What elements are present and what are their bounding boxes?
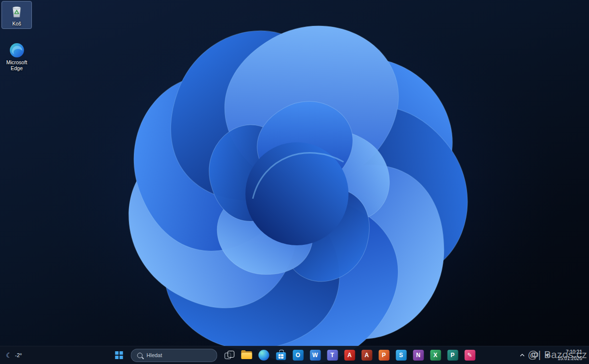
taskbar: ☾ -2° Hledat OWTAAPSNXP✎ 7:1	[0, 346, 589, 364]
weather-moon-icon: ☾	[6, 351, 12, 359]
access-icon[interactable]: A	[358, 347, 375, 364]
outlook-glyph: O	[293, 350, 303, 361]
weather-widget[interactable]: ☾ -2°	[0, 346, 27, 364]
microsoft-store-icon[interactable]	[272, 347, 290, 364]
word-glyph: W	[310, 350, 321, 361]
windows-logo-icon	[115, 351, 123, 359]
search-placeholder: Hledat	[147, 352, 162, 358]
store-bag-icon	[276, 352, 286, 360]
desktop: Koš Microsoft Edge ☾ -2°	[0, 0, 589, 364]
edge-swirl-icon	[258, 350, 269, 361]
paint-glyph: ✎	[464, 350, 475, 361]
paint-icon[interactable]: ✎	[461, 347, 479, 364]
watermark: @| Bazos.cz	[528, 349, 587, 361]
acrobat-glyph: A	[344, 350, 355, 361]
desktop-icon-recycle-bin[interactable]: Koš	[2, 1, 31, 28]
task-view-icon[interactable]	[221, 347, 238, 364]
start-button[interactable]	[111, 348, 128, 363]
taskbar-apps: OWTAAPSNXP✎	[221, 347, 479, 364]
edge-icon[interactable]	[255, 347, 272, 364]
powerpoint-icon[interactable]: P	[375, 347, 393, 364]
publisher-glyph: P	[447, 350, 458, 361]
taskbar-center-group: Hledat OWTAAPSNXP✎	[111, 346, 479, 364]
weather-temp: -2°	[15, 352, 22, 358]
folder-icon	[241, 351, 252, 360]
powerpoint-glyph: P	[378, 350, 389, 361]
publisher-icon[interactable]: P	[444, 347, 461, 364]
desktop-icon-label: Koš	[3, 21, 30, 26]
desktop-icon-label: Microsoft Edge	[3, 59, 30, 71]
wallpaper-bloom	[0, 0, 589, 364]
file-explorer-icon[interactable]	[238, 347, 255, 364]
onenote-icon[interactable]: N	[410, 347, 427, 364]
taskbar-search[interactable]: Hledat	[131, 349, 217, 362]
task-view-squares-icon	[224, 351, 234, 360]
access-glyph: A	[361, 350, 372, 361]
skype-glyph: S	[396, 350, 406, 361]
excel-icon[interactable]: X	[427, 347, 444, 364]
skype-icon[interactable]: S	[393, 347, 410, 364]
outlook-icon[interactable]: O	[290, 347, 307, 364]
desktop-icon-microsoft-edge[interactable]: Microsoft Edge	[2, 40, 31, 73]
teams-glyph: T	[327, 350, 338, 361]
acrobat-icon[interactable]: A	[341, 347, 358, 364]
search-icon	[137, 353, 143, 358]
edge-icon	[3, 42, 30, 58]
teams-icon[interactable]: T	[324, 347, 341, 364]
word-icon[interactable]: W	[307, 347, 324, 364]
onenote-glyph: N	[413, 350, 424, 361]
recycle-bin-icon	[3, 3, 30, 20]
hidden-icons-chevron[interactable]	[516, 348, 528, 362]
excel-glyph: X	[430, 350, 441, 361]
